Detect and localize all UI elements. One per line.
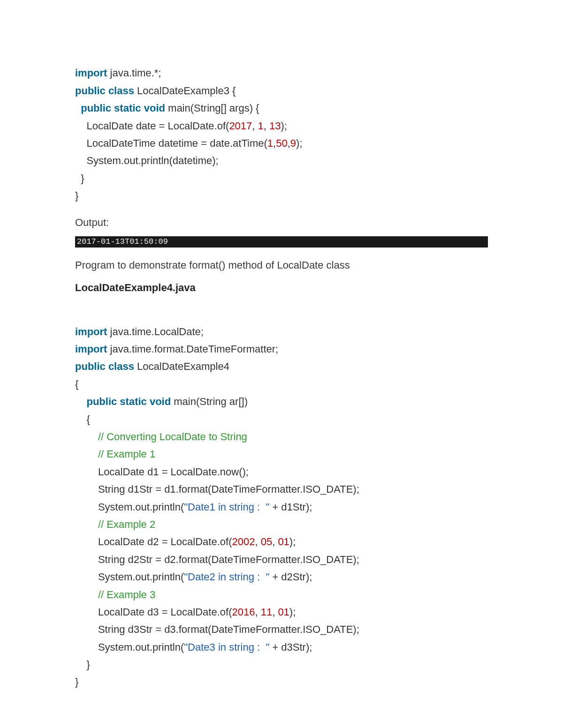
string-literal: "Date2 in string : " bbox=[184, 571, 269, 583]
filename-heading: LocalDateExample4.java bbox=[75, 282, 488, 294]
code-text: System.out.println(datetime); bbox=[75, 155, 236, 166]
code-text: ); bbox=[289, 606, 302, 618]
program-description: Program to demonstrate format() method o… bbox=[75, 257, 488, 273]
code-text: String d1Str = d1.format(DateTimeFormatt… bbox=[75, 483, 365, 495]
code-text: main(String ar[]) bbox=[171, 396, 253, 407]
code-text: ); bbox=[289, 536, 302, 548]
number-literal: 1 bbox=[267, 137, 273, 149]
keyword: public class bbox=[75, 360, 134, 372]
number-literal: 2016 bbox=[232, 606, 255, 618]
code-text: + d2Str); bbox=[269, 571, 318, 583]
code-text: LocalDateExample4 bbox=[134, 360, 235, 372]
code-text: , bbox=[255, 606, 260, 618]
code-text: LocalDate d2 = LocalDate.of( bbox=[75, 536, 232, 548]
code-text: , bbox=[252, 120, 258, 132]
code-block-1: import java.time.*; public class LocalDa… bbox=[75, 47, 488, 205]
document-page: import java.time.*; public class LocalDa… bbox=[0, 0, 563, 728]
code-text: , bbox=[272, 536, 278, 548]
code-text: java.time.LocalDate; bbox=[107, 326, 209, 338]
number-literal: 11 bbox=[261, 606, 272, 618]
code-text: { bbox=[75, 378, 84, 390]
code-text: System.out.println( bbox=[75, 641, 184, 653]
comment: // Example 2 bbox=[75, 518, 161, 530]
code-text: { bbox=[75, 413, 96, 425]
number-literal: 01 bbox=[278, 606, 289, 618]
code-text: , bbox=[255, 536, 260, 548]
code-text: String d3Str = d3.format(DateTimeFormatt… bbox=[75, 623, 365, 635]
code-text: ); bbox=[296, 137, 314, 149]
number-literal: 1 bbox=[258, 120, 264, 132]
code-text: , bbox=[272, 606, 278, 618]
comment: // Example 1 bbox=[75, 448, 161, 460]
code-text: , bbox=[264, 120, 269, 132]
code-text: LocalDateTime datetime = date.atTime( bbox=[75, 137, 267, 149]
code-text: LocalDate date = LocalDate.of( bbox=[75, 120, 229, 132]
code-text: + d3Str); bbox=[269, 641, 318, 653]
code-text: ); bbox=[281, 120, 299, 132]
keyword: import bbox=[75, 67, 107, 79]
comment: // Converting LocalDate to String bbox=[75, 431, 253, 443]
number-literal: 13 bbox=[269, 120, 281, 132]
code-text: } bbox=[75, 659, 96, 670]
keyword: import bbox=[75, 326, 107, 338]
number-literal: 50 bbox=[276, 137, 287, 149]
number-literal: 2017 bbox=[229, 120, 252, 132]
code-text: } bbox=[75, 190, 90, 202]
string-literal: "Date3 in string : " bbox=[184, 641, 269, 653]
keyword: public static void bbox=[81, 102, 165, 114]
code-text: + d1Str); bbox=[269, 501, 318, 513]
number-literal: 9 bbox=[290, 137, 296, 149]
keyword: public class bbox=[75, 85, 134, 97]
code-text: System.out.println( bbox=[75, 501, 184, 513]
code-text: main(String[] args) { bbox=[165, 102, 271, 114]
output-label: Output: bbox=[75, 214, 488, 231]
number-literal: 01 bbox=[278, 536, 289, 548]
number-literal: 2002 bbox=[232, 536, 255, 548]
code-text: LocalDateExample3 { bbox=[134, 85, 242, 97]
comment: // Example 3 bbox=[75, 589, 161, 600]
code-text: String d2Str = d2.format(DateTimeFormatt… bbox=[75, 554, 365, 565]
code-text: } bbox=[75, 676, 84, 688]
string-literal: "Date1 in string : " bbox=[184, 501, 269, 513]
keyword: public static void bbox=[86, 396, 171, 407]
code-text: System.out.println( bbox=[75, 571, 184, 583]
console-output: 2017-01-13T01:50:09 bbox=[75, 236, 488, 248]
code-text: LocalDate d3 = LocalDate.of( bbox=[75, 606, 232, 618]
code-text: } bbox=[75, 173, 96, 184]
code-text: java.time.format.DateTimeFormatter; bbox=[107, 343, 284, 355]
code-text: java.time.*; bbox=[107, 67, 167, 79]
number-literal: 05 bbox=[261, 536, 272, 548]
code-text: LocalDate d1 = LocalDate.now(); bbox=[75, 466, 254, 478]
keyword: import bbox=[75, 343, 107, 355]
code-block-2: import java.time.LocalDate; import java.… bbox=[75, 305, 488, 691]
